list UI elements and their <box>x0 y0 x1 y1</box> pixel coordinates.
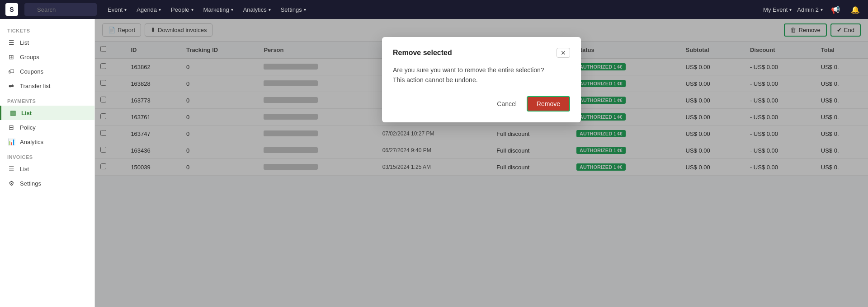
coupons-icon: 🏷 <box>7 68 15 75</box>
search-input[interactable] <box>24 3 97 16</box>
modal-overlay: Remove selected ✕ Are you sure you want … <box>95 19 868 307</box>
chevron-down-icon: ▾ <box>191 7 193 12</box>
modal-header: Remove selected ✕ <box>393 48 570 58</box>
invoices-list-icon: ☰ <box>7 165 15 172</box>
sidebar-item-tickets-coupons[interactable]: 🏷 Coupons <box>0 64 94 79</box>
topnav: S 🔍 Event ▾ Agenda ▾ People ▾ Marketing … <box>0 0 868 19</box>
payments-section-label: PAYMENTS <box>0 93 94 106</box>
nav-item-marketing[interactable]: Marketing ▾ <box>199 4 238 15</box>
nav-item-event[interactable]: Event ▾ <box>103 4 131 15</box>
my-event-selector[interactable]: My Event ▾ <box>763 6 792 13</box>
broadcast-icon-button[interactable]: 📢 <box>828 5 843 15</box>
payments-list-icon: ▤ <box>9 109 17 116</box>
modal-line2: This action cannot be undone. <box>393 75 570 85</box>
nav-item-analytics[interactable]: Analytics ▾ <box>239 4 275 15</box>
sidebar: TICKETS ☰ List ⊞ Groups 🏷 Coupons ⇌ Tran… <box>0 19 95 307</box>
modal-title: Remove selected <box>393 49 452 57</box>
sidebar-item-tickets-transfer[interactable]: ⇌ Transfer list <box>0 79 94 93</box>
chevron-down-icon: ▾ <box>159 7 161 12</box>
analytics-icon: 📊 <box>7 138 15 145</box>
chevron-down-icon: ▾ <box>304 7 306 12</box>
modal-remove-button[interactable]: Remove <box>527 96 570 112</box>
chevron-down-icon: ▾ <box>821 7 823 12</box>
modal-close-button[interactable]: ✕ <box>557 48 570 58</box>
modal-body: Are you sure you want to remove the enti… <box>393 65 570 85</box>
nav-item-settings[interactable]: Settings ▾ <box>276 4 311 15</box>
chevron-down-icon: ▾ <box>789 7 792 12</box>
app-logo: S <box>5 3 18 16</box>
main-layout: TICKETS ☰ List ⊞ Groups 🏷 Coupons ⇌ Tran… <box>0 19 868 307</box>
sidebar-item-tickets-groups[interactable]: ⊞ Groups <box>0 50 94 64</box>
sidebar-item-payments-policy[interactable]: ⊟ Policy <box>0 120 94 135</box>
transfer-icon: ⇌ <box>7 82 15 89</box>
modal-footer: Cancel Remove <box>393 96 570 112</box>
policy-icon: ⊟ <box>7 124 15 131</box>
search-wrap: 🔍 <box>24 3 97 16</box>
sidebar-item-invoices-settings[interactable]: ⚙ Settings <box>0 176 94 191</box>
user-menu[interactable]: Admin 2 ▾ <box>797 6 823 13</box>
groups-icon: ⊞ <box>7 53 15 60</box>
nav-item-agenda[interactable]: Agenda ▾ <box>132 4 165 15</box>
topnav-menu: Event ▾ Agenda ▾ People ▾ Marketing ▾ An… <box>103 4 760 15</box>
sidebar-item-payments-list[interactable]: ▤ List <box>0 106 94 120</box>
list-icon: ☰ <box>7 39 15 46</box>
sidebar-item-tickets-list[interactable]: ☰ List <box>0 35 94 50</box>
tickets-section-label: TICKETS <box>0 23 94 35</box>
modal-cancel-button[interactable]: Cancel <box>491 98 522 110</box>
sidebar-item-invoices-list[interactable]: ☰ List <box>0 162 94 176</box>
remove-selected-modal: Remove selected ✕ Are you sure you want … <box>382 37 581 122</box>
notification-icon-button[interactable]: 🔔 <box>848 5 863 15</box>
chevron-down-icon: ▾ <box>269 7 271 12</box>
chevron-down-icon: ▾ <box>124 7 127 12</box>
invoices-settings-icon: ⚙ <box>7 180 15 187</box>
main-content: 📄 Report ⬇ Download invoices 🗑 Remove ✔ … <box>95 19 868 307</box>
nav-item-people[interactable]: People ▾ <box>166 4 198 15</box>
invoices-section-label: INVOICES <box>0 149 94 162</box>
topnav-right: My Event ▾ Admin 2 ▾ 📢 🔔 <box>763 5 863 15</box>
modal-line1: Are you sure you want to remove the enti… <box>393 65 570 75</box>
chevron-down-icon: ▾ <box>231 7 233 12</box>
sidebar-item-payments-analytics[interactable]: 📊 Analytics <box>0 135 94 149</box>
